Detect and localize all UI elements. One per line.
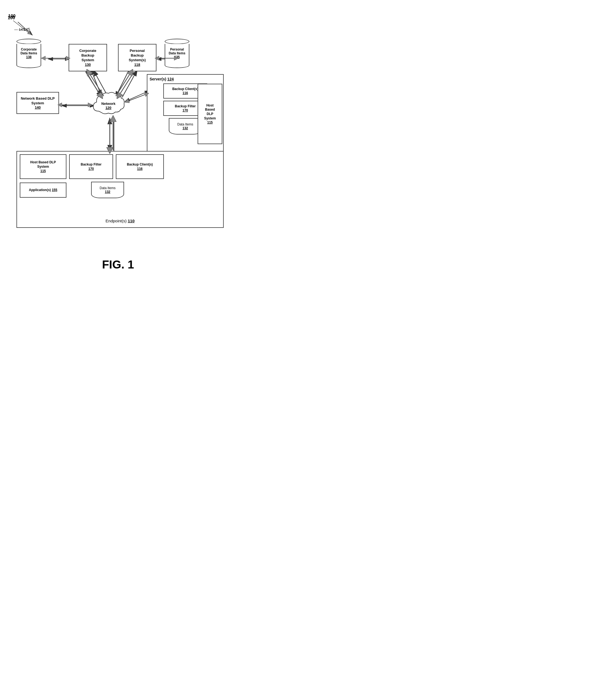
figure-label: FIG. 1 [0, 258, 236, 271]
applications-box: Application(s) 155 [20, 183, 66, 198]
svg-text:— 145: — 145 [14, 28, 25, 32]
svg-line-4 [18, 22, 33, 35]
corporate-backup-box: CorporateBackupSystem 130 [68, 44, 107, 72]
corporate-data-ref: 138 [26, 55, 32, 59]
servers-label: Server(s) [150, 77, 167, 81]
svg-text:— 145: — 145 [19, 27, 30, 32]
endpoints-label: Endpoint(s) 110 [17, 219, 223, 223]
backup-client-endpoint-box: Backup Client(s) 116 [116, 154, 164, 179]
backup-filter-endpoint-box: Backup Filter 170 [69, 154, 113, 179]
corporate-backup-ref: 130 [85, 62, 91, 67]
svg-line-14 [125, 91, 150, 102]
endpoints-box: Host Based DLPSystem 115 Backup Filter 1… [16, 151, 224, 228]
personal-data-ref: 135 [174, 55, 180, 59]
data-items-endpoint-box: Data Items 132 [91, 182, 124, 198]
data-items-server-box: Data Items 132 [169, 118, 202, 135]
label-100: 100 [8, 14, 16, 19]
personal-data-label: PersonalData Items [169, 47, 186, 55]
servers-ref: 124 [167, 77, 174, 81]
corporate-backup-label: CorporateBackupSystem [79, 49, 96, 62]
network-cloud: Network 120 [91, 91, 126, 119]
svg-line-29 [127, 94, 147, 102]
svg-text:120: 120 [105, 106, 111, 110]
corporate-data-label: Corporate Data Items [20, 47, 37, 55]
diagram: 100 — 145 [0, 11, 236, 250]
host-dlp-server-box: HostBasedDLPSystem 115 [198, 84, 222, 144]
network-dlp-ref: 140 [35, 105, 41, 109]
network-dlp-label: Network Based DLPSystem [21, 96, 55, 106]
personal-backup-box: PersonalBackupSystem(s) 118 [118, 44, 156, 72]
personal-backup-label: PersonalBackupSystem(s) [129, 49, 146, 62]
personal-backup-ref: 118 [134, 62, 140, 67]
network-dlp-box: Network Based DLPSystem 140 [16, 92, 59, 114]
svg-text:Network: Network [101, 102, 115, 106]
host-dlp-endpoint-box: Host Based DLPSystem 115 [20, 154, 66, 179]
corporate-data-cylinder: Corporate Data Items 138 [16, 38, 41, 68]
personal-data-cylinder: PersonalData Items 135 [165, 38, 189, 68]
svg-line-19 [13, 20, 30, 34]
